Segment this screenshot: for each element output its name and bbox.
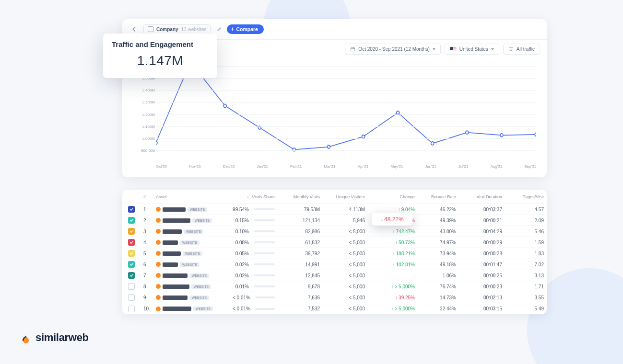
- company-chip[interactable]: Company 13 websites: [143, 24, 211, 34]
- favicon-icon: [156, 262, 161, 267]
- website-tag: WEBSITE: [191, 284, 211, 289]
- subsites-count: 13 websites: [181, 27, 207, 32]
- row-checkbox[interactable]: [128, 250, 135, 257]
- row-checkbox[interactable]: [128, 261, 135, 268]
- plus-icon: +: [231, 26, 234, 32]
- asset-cell[interactable]: WEBSITE: [153, 262, 230, 267]
- asset-cell[interactable]: WEBSITE: [153, 284, 230, 289]
- traffic-filter[interactable]: All traffic: [503, 44, 540, 55]
- table-row[interactable]: 2WEBSITE0.15%121,1345,94648.22%49.39%00:…: [122, 215, 547, 226]
- bounce-rate-cell: 74.97%: [418, 240, 459, 245]
- sort-down-icon: ↓: [247, 194, 249, 199]
- th-pages-visit[interactable]: Pages/Visit: [505, 194, 547, 199]
- table-row[interactable]: 6WEBSITE0.02%14,991< 5,000102.81%49.18%0…: [122, 259, 547, 270]
- th-bounce-rate[interactable]: Bounce Rate: [418, 194, 459, 199]
- y-tick-label: 1.100M: [141, 124, 155, 128]
- date-range-filter[interactable]: Oct 2020 - Sep 2021 (12 Months): [345, 44, 440, 55]
- favicon-icon: [156, 240, 161, 245]
- asset-cell[interactable]: WEBSITE: [153, 307, 230, 311]
- asset-cell[interactable]: WEBSITE: [153, 207, 230, 212]
- x-tick-label: Jan'21: [257, 164, 268, 169]
- brand-logo: similarweb: [20, 331, 89, 344]
- edit-icon[interactable]: [214, 25, 223, 34]
- table-row[interactable]: 7WEBSITE0.02%12,845< 5,000-1.06%00:00:25…: [122, 270, 547, 281]
- table-row[interactable]: 10WEBSITE< 0.01%7,532< 5,000> 5,000%32.4…: [122, 303, 547, 314]
- row-number: 6: [141, 262, 153, 267]
- row-checkbox[interactable]: [128, 283, 135, 290]
- compare-button[interactable]: + Compare: [227, 24, 264, 34]
- visits-share-cell: 0.05%: [230, 251, 278, 256]
- gridline: [156, 150, 536, 151]
- unique-visitors-cell: < 5,000: [323, 295, 368, 300]
- table-row[interactable]: 4WEBSITE0.08%61,832< 5,00050.73%74.97%00…: [122, 237, 547, 248]
- company-label: Company: [156, 27, 178, 32]
- table-row[interactable]: 8WEBSITE0.01%9,678< 5,000> 5,000%76.74%0…: [122, 281, 547, 292]
- visits-share-cell: 0.02%: [230, 273, 278, 278]
- asset-name-redacted: [163, 273, 188, 278]
- asset-cell[interactable]: WEBSITE: [153, 229, 230, 234]
- change-cell: -: [368, 273, 418, 278]
- table-row[interactable]: 9WEBSITE< 0.01%7,636< 5,00039.25%14.73%0…: [122, 292, 547, 303]
- y-tick-label: 900,000: [141, 148, 155, 153]
- pages-visit-cell: 3.13: [505, 273, 547, 278]
- th-change[interactable]: Change: [368, 194, 418, 199]
- table-row[interactable]: 3WEBSITE0.10%82,986< 5,000742.47%43.00%0…: [122, 226, 547, 237]
- y-tick-label: 1.000M: [141, 136, 155, 140]
- traffic-label: All traffic: [517, 46, 535, 52]
- bounce-rate-cell: 46.22%: [418, 207, 459, 212]
- website-tag: WEBSITE: [183, 251, 202, 256]
- x-tick-label: Apr'21: [358, 164, 369, 169]
- country-filter[interactable]: United States: [445, 44, 499, 55]
- metric-title: Traffic and Engagement: [112, 40, 209, 48]
- visits-share-cell: < 0.01%: [230, 295, 278, 300]
- row-checkbox[interactable]: [128, 239, 135, 246]
- asset-cell[interactable]: WEBSITE: [153, 295, 230, 300]
- table-header: # Asset ↓Visits Share Monthly Visits Uni…: [122, 190, 547, 204]
- chart-x-axis: Oct'20Nov'20Dec'20Jan'21Feb'21Mar'21Apr'…: [156, 164, 536, 169]
- visit-duration-cell: 00:02:13: [459, 295, 505, 300]
- th-visits-share[interactable]: ↓Visits Share: [230, 194, 278, 199]
- asset-cell[interactable]: WEBSITE: [153, 240, 230, 245]
- row-checkbox[interactable]: [128, 217, 135, 224]
- th-monthly-visits[interactable]: Monthly Visits: [278, 194, 323, 199]
- back-button[interactable]: [129, 24, 140, 34]
- website-tag: WEBSITE: [180, 240, 200, 245]
- th-visit-duration[interactable]: Visit Duration: [459, 194, 505, 199]
- bounce-rate-cell: 1.06%: [418, 273, 459, 278]
- visit-duration-cell: 00:00:25: [459, 273, 505, 278]
- row-checkbox[interactable]: [128, 206, 135, 213]
- th-unique-visitors[interactable]: Unique Visitors: [323, 194, 368, 199]
- svg-point-7: [362, 135, 365, 138]
- chevron-down-icon: [433, 48, 435, 50]
- bounce-rate-cell: 49.18%: [418, 262, 459, 267]
- pages-visit-cell: 7.02: [505, 262, 547, 267]
- website-tag: WEBSITE: [184, 229, 203, 234]
- asset-cell[interactable]: WEBSITE: [153, 273, 230, 278]
- row-checkbox[interactable]: [128, 228, 135, 235]
- y-tick-label: 1.300M: [141, 100, 155, 104]
- website-tag: WEBSITE: [192, 218, 212, 223]
- x-tick-label: Dec'20: [223, 164, 235, 169]
- visits-share-cell: 0.01%: [230, 284, 278, 289]
- favicon-icon: [156, 218, 161, 223]
- asset-cell[interactable]: WEBSITE: [153, 251, 230, 256]
- row-number: 5: [141, 251, 153, 256]
- row-checkbox[interactable]: [128, 272, 135, 279]
- asset-cell[interactable]: WEBSITE: [153, 218, 230, 223]
- row-checkbox[interactable]: [128, 306, 135, 312]
- change-highlight-tooltip: 48.22%: [372, 213, 412, 226]
- website-tag: WEBSITE: [193, 307, 213, 311]
- svg-point-10: [466, 131, 469, 134]
- table-row[interactable]: 5WEBSITE0.05%39,792< 5,000188.21%73.94%0…: [122, 248, 547, 259]
- table-row[interactable]: 1WEBSITE99.54%79.53M4.113M9.04%46.22%00:…: [122, 204, 547, 215]
- asset-name-redacted: [163, 284, 189, 289]
- th-asset[interactable]: Asset: [153, 194, 230, 199]
- visit-duration-cell: 00:00:21: [459, 218, 505, 223]
- bounce-rate-cell: 32.44%: [418, 306, 459, 311]
- change-cell: > 5,000%: [368, 284, 418, 289]
- row-checkbox[interactable]: [128, 294, 135, 301]
- bounce-rate-cell: 76.74%: [418, 284, 459, 289]
- monthly-visits-cell: 7,636: [278, 295, 323, 300]
- th-num[interactable]: #: [141, 194, 153, 199]
- website-tag: WEBSITE: [189, 273, 209, 278]
